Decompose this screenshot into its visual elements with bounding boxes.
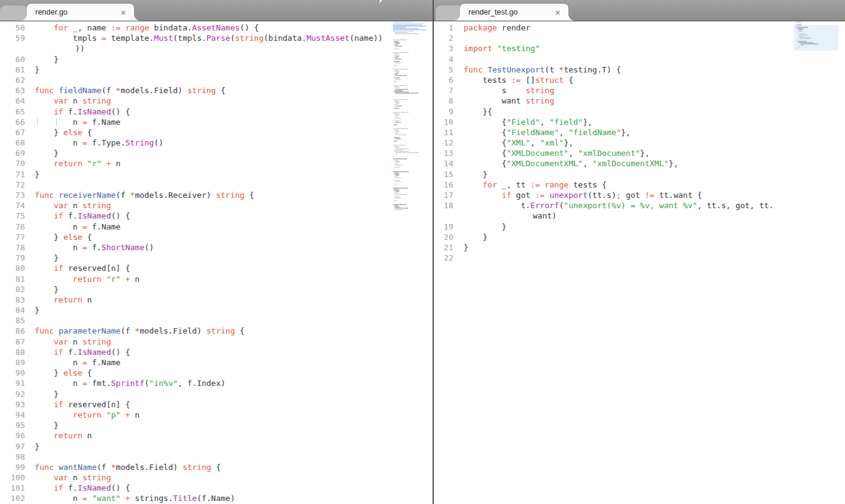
minimap-left[interactable] [393, 22, 433, 211]
line-number: 92 [0, 389, 25, 399]
code-line: 11{"FieldName", "fieldName"}, [434, 127, 845, 138]
line-number: 2 [434, 33, 453, 43]
indent-guide [37, 118, 38, 126]
code-line: 21} [434, 242, 845, 253]
code-editor-right[interactable]: 1package render23import "testing"45func … [434, 21, 845, 504]
line-number: 6 [434, 75, 453, 85]
code-line: 95} [0, 420, 433, 430]
line-number: 21 [434, 242, 453, 253]
code-line: 98 [0, 452, 433, 462]
line-number: 88 [0, 347, 25, 357]
code-line: 86func parameterName(f *models.Field) st… [0, 326, 433, 336]
code-line: 63func fieldName(f *models.Field) string… [0, 85, 433, 96]
code-line: 74var n string [0, 200, 433, 211]
tab-render-test-go[interactable]: render_test.go × [460, 4, 568, 21]
close-icon[interactable]: × [555, 9, 560, 16]
code-line: 60} [0, 54, 433, 65]
line-number: 11 [434, 127, 453, 138]
close-icon[interactable]: × [121, 9, 126, 16]
code-line: 82} [0, 284, 433, 295]
line-number: 65 [0, 107, 25, 117]
code-line: 76n = f.Name [0, 222, 433, 232]
code-line: 65if f.IsNamed() { [0, 107, 433, 117]
code-line: )) [0, 43, 433, 54]
line-number: 84 [0, 305, 25, 315]
code-line: 1package render [434, 23, 845, 33]
line-number: 90 [0, 368, 25, 378]
tab-title: render.go [35, 8, 121, 16]
line-number: 71 [0, 169, 25, 180]
code-line: 9}{ [434, 107, 845, 117]
line-number: 10 [434, 117, 453, 127]
tab-bar-right: render_test.go × [434, 0, 845, 21]
code-line: 87var n string [0, 337, 433, 347]
code-line: 72 [0, 180, 433, 190]
code-line: 3import "testing" [434, 43, 845, 54]
line-number: 13 [434, 148, 453, 158]
code-line: 80if reserved[n] { [0, 263, 433, 273]
code-line: 91n = fmt.Sprintf("in%v", f.Index) [0, 378, 433, 388]
code-line: 71} [0, 169, 433, 180]
code-line: 79} [0, 253, 433, 263]
line-number: 62 [0, 75, 25, 85]
line-number: 69 [0, 148, 25, 158]
editor-pane-right: render_test.go × 1package render23import… [434, 0, 845, 504]
line-number: 8 [434, 96, 453, 106]
line-number: 15 [434, 169, 453, 180]
code-line: 69} [0, 148, 433, 158]
line-number: 86 [0, 326, 25, 336]
code-line: 19} [434, 222, 845, 232]
line-number: 82 [0, 284, 25, 295]
line-number: 61 [0, 65, 25, 75]
line-number: 17 [434, 190, 453, 200]
line-number: 74 [0, 200, 25, 211]
line-number: 1 [434, 23, 453, 33]
code-line: 6tests := []struct { [434, 75, 845, 85]
code-line: 93if reserved[n] { [0, 399, 433, 410]
line-number: 67 [0, 127, 25, 138]
line-number: 60 [0, 54, 25, 65]
code-line: 62 [0, 75, 433, 85]
code-line: 92} [0, 389, 433, 399]
line-number: 73 [0, 190, 25, 200]
code-line: 70return "r" + n [0, 158, 433, 169]
line-number: 12 [434, 138, 453, 148]
line-number: 63 [0, 85, 25, 96]
line-number: 98 [0, 452, 25, 462]
line-number: 14 [434, 158, 453, 169]
code-line: 101if f.IsNamed() { [0, 483, 433, 493]
indent-guide [56, 118, 57, 126]
code-editor-left[interactable]: 58for _, name := range bindata.AssetName… [0, 21, 433, 504]
line-number: 77 [0, 232, 25, 242]
code-line: 73func receiverName(f *models.Receiver) … [0, 190, 433, 200]
line-number: 95 [0, 420, 25, 430]
code-line: 100var n string [0, 472, 433, 483]
code-line: 88if f.IsNamed() { [0, 347, 433, 357]
code-line: 58for _, name := range bindata.AssetName… [0, 23, 433, 33]
tab-render-go[interactable]: render.go × [27, 4, 134, 21]
code-line: 15} [434, 169, 845, 180]
line-number: 91 [0, 378, 25, 388]
code-line: 7s string [434, 85, 845, 96]
line-number: 96 [0, 430, 25, 441]
tab-bar-left: render.go × [0, 0, 433, 21]
code-line: 99func wantName(f *models.Field) string … [0, 462, 433, 472]
line-number: 76 [0, 222, 25, 232]
code-line: 2 [434, 33, 845, 43]
line-number: 66 [0, 117, 25, 127]
pane-divider[interactable] [433, 0, 434, 504]
line-number: 78 [0, 242, 25, 253]
line-number: 89 [0, 357, 25, 368]
line-number: 75 [0, 211, 25, 221]
minimap-right[interactable] [796, 22, 836, 51]
line-number: 100 [0, 472, 25, 483]
line-number: 5 [434, 65, 453, 75]
code-line: 59tmpls = template.Must(tmpls.Parse(stri… [0, 33, 433, 43]
code-line: 13{"XMLDocument", "xmlDocument"}, [434, 148, 845, 158]
line-number: 85 [0, 315, 25, 326]
line-number: 79 [0, 253, 25, 263]
code-line: 61} [0, 65, 433, 75]
code-line: 77} else { [0, 232, 433, 242]
line-number: 7 [434, 85, 453, 96]
line-number: 72 [0, 180, 25, 190]
